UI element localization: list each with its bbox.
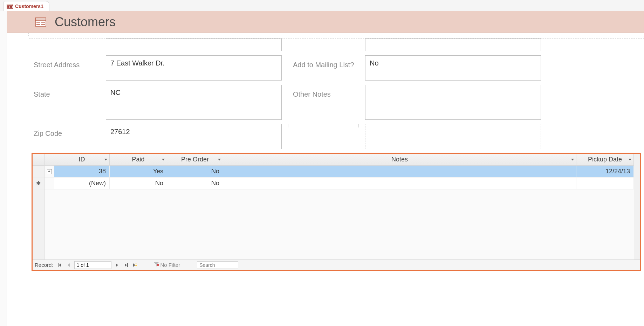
svg-rect-2 [7, 6, 9, 7]
blank-field-left[interactable] [106, 39, 282, 51]
svg-marker-16 [125, 263, 127, 267]
cell-id[interactable]: (New) [54, 178, 110, 189]
subform-header-row: ID Paid Pre Order Notes Pickup Date [54, 154, 634, 166]
nav-position-input[interactable] [74, 261, 111, 269]
col-header-id[interactable]: ID [54, 154, 110, 165]
svg-marker-13 [59, 263, 61, 267]
nav-search-input[interactable] [197, 261, 238, 269]
svg-rect-4 [10, 6, 12, 7]
nav-filter-section[interactable]: No Filter [153, 262, 180, 268]
cell-pickupdate[interactable]: 12/24/13 [576, 166, 634, 177]
svg-rect-12 [58, 263, 59, 267]
new-row-icon: ✱ [36, 180, 41, 187]
form-icon [7, 4, 13, 9]
svg-marker-14 [68, 263, 70, 267]
col-header-pickupdate[interactable]: Pickup Date [576, 154, 634, 165]
svg-rect-9 [36, 24, 40, 25]
nav-last-button[interactable] [123, 262, 130, 269]
form-header-icon [35, 18, 46, 27]
svg-rect-3 [7, 7, 9, 8]
cell-preorder[interactable]: No [167, 178, 223, 189]
chevron-down-icon [571, 159, 574, 160]
subform-row-selector-column: ✱ [33, 154, 44, 259]
col-header-paid[interactable]: Paid [110, 154, 167, 165]
col-header-id-label: ID [79, 156, 85, 163]
label-zip-code: Zip Code [29, 124, 106, 138]
form-header: Customers [7, 11, 644, 33]
cell-paid[interactable]: No [110, 178, 167, 189]
svg-rect-5 [10, 7, 12, 8]
chevron-down-icon [162, 159, 165, 160]
input-add-mailing[interactable]: No [365, 55, 541, 81]
cell-preorder[interactable]: No [167, 166, 223, 177]
col-header-pickupdate-label: Pickup Date [588, 156, 622, 163]
svg-rect-21 [135, 264, 137, 265]
label-other-notes: Other Notes [288, 85, 365, 98]
tab-bar: Customers1 [0, 0, 644, 11]
cell-pickupdate[interactable] [576, 178, 634, 189]
form-title: Customers [55, 15, 116, 29]
col-header-notes[interactable]: Notes [223, 154, 576, 165]
svg-rect-8 [36, 22, 40, 23]
col-header-paid-label: Paid [132, 156, 144, 163]
svg-rect-7 [35, 18, 46, 20]
ruler-left [0, 11, 7, 326]
input-state[interactable]: NC [106, 85, 282, 120]
col-header-preorder-label: Pre Order [181, 156, 209, 163]
subform-row[interactable]: 38 Yes No 12/24/13 [54, 166, 634, 178]
subform-row-new[interactable]: (New) No No [54, 178, 634, 189]
cell-notes[interactable] [223, 178, 576, 189]
input-street-address[interactable]: 7 East Walker Dr. [106, 55, 282, 81]
svg-rect-11 [41, 24, 45, 25]
label-state: State [29, 85, 106, 98]
label-street-address: Street Address [29, 55, 106, 69]
tab-label: Customers1 [15, 4, 43, 9]
label-add-mailing: Add to Mailing List? [288, 55, 365, 69]
subform-expand-column: + [44, 154, 54, 259]
nav-label: Record: [35, 262, 53, 268]
svg-rect-10 [41, 22, 45, 23]
chevron-down-icon [104, 159, 107, 160]
empty-attachment-box [365, 124, 541, 149]
funnel-icon [153, 262, 159, 268]
col-header-preorder[interactable]: Pre Order [167, 154, 223, 165]
col-header-notes-label: Notes [391, 156, 408, 163]
nav-filter-label: No Filter [160, 262, 180, 268]
subform-vertical-scrollbar[interactable] [634, 154, 640, 259]
chevron-down-icon [629, 159, 631, 160]
nav-prev-button[interactable] [65, 262, 72, 269]
row-selector-new[interactable]: ✱ [33, 178, 44, 189]
nav-first-button[interactable] [56, 262, 63, 269]
cell-paid[interactable]: Yes [110, 166, 167, 177]
svg-rect-1 [7, 4, 13, 5]
subform-orders: ✱ + ID Paid Pre Order N [32, 153, 641, 271]
svg-marker-15 [116, 263, 118, 267]
nav-new-record-button[interactable] [132, 262, 139, 269]
input-other-notes[interactable] [365, 85, 541, 120]
input-zip-code[interactable]: 27612 [106, 124, 282, 149]
blank-field-right[interactable] [365, 39, 541, 51]
subform-record-nav: Record: [33, 259, 640, 270]
svg-rect-17 [127, 263, 128, 267]
svg-marker-22 [154, 262, 159, 266]
cell-id[interactable]: 38 [54, 166, 110, 177]
cell-notes[interactable] [223, 166, 576, 177]
row-selector-current[interactable] [33, 166, 44, 178]
tab-customers1[interactable]: Customers1 [4, 1, 49, 11]
chevron-down-icon [218, 159, 221, 160]
expand-row-button[interactable]: + [47, 169, 52, 174]
nav-next-button[interactable] [114, 262, 121, 269]
